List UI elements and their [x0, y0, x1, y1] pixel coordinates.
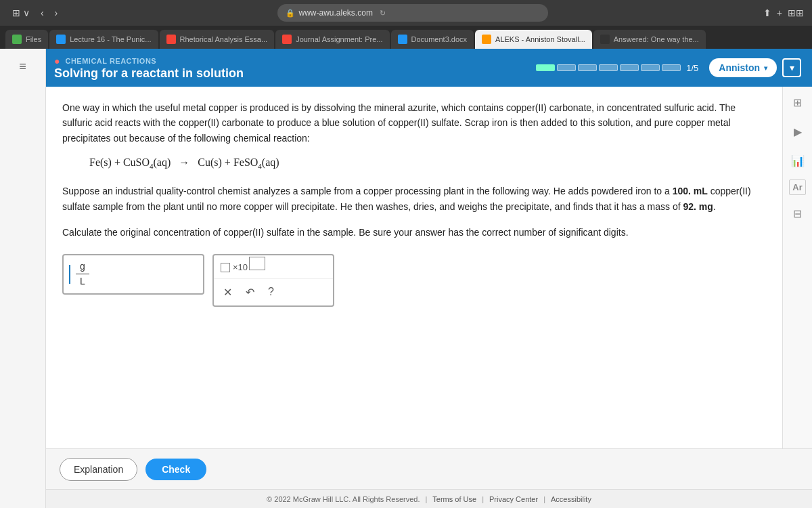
tab-icon-document [398, 35, 407, 44]
unit-denominator: L [80, 276, 85, 287]
tab-journal[interactable]: Journal Assignment: Pre... [275, 30, 389, 49]
main-area: ≡ ● CHEMICAL REACTIONS Solving for a rea… [0, 49, 812, 508]
sci-checkbox[interactable] [221, 263, 230, 272]
tab-icon-aleks [482, 35, 491, 44]
progress-seg-4 [599, 64, 618, 71]
tab-label-document: Document3.docx [411, 35, 468, 43]
tab-icon-files [12, 35, 22, 44]
header-title: Solving for a reactant in solution [54, 66, 244, 81]
help-btn[interactable]: ? [265, 283, 277, 301]
problem-scenario: Suppose an industrial quality-control ch… [62, 184, 766, 214]
mass-bold: 92. mg [683, 201, 713, 212]
equation-text: Fe(s) + CuSO4(aq) → Cu(s) + FeSO4(aq) [89, 156, 279, 168]
back-btn[interactable]: ‹ [37, 5, 48, 21]
unit-divider [76, 274, 89, 274]
scientific-notation-box: ×10 ✕ ↶ ? [212, 254, 334, 307]
play-icon[interactable]: ▶ [790, 121, 806, 142]
progress-seg-5 [620, 64, 639, 71]
tab-switcher-btn[interactable]: ⊞ ∨ [8, 5, 34, 21]
tab-document[interactable]: Document3.docx [391, 30, 474, 49]
browser-chrome: ⊞ ∨ ‹ › 🔒 www-awu.aleks.com ↻ ⬆ + ⊞⊞ [0, 0, 812, 26]
lock-icon: 🔒 [286, 9, 295, 18]
equation-block: Fe(s) + CuSO4(aq) → Cu(s) + FeSO4(aq) [89, 156, 766, 170]
exponent-box[interactable] [249, 257, 265, 270]
url-text: www-awu.aleks.com [299, 8, 373, 18]
progress-seg-6 [641, 64, 660, 71]
progress-seg-2 [557, 64, 576, 71]
tab-label-journal: Journal Assignment: Pre... [296, 35, 382, 43]
sci-buttons: ✕ ↶ ? [214, 278, 333, 305]
element-icon[interactable]: Ar [789, 179, 805, 195]
dot-icon: ● [54, 56, 60, 66]
tab-rhetorical[interactable]: Rhetorical Analysis Essa... [160, 30, 275, 49]
right-sidebar: ⊞ ▶ 📊 Ar ⊟ [782, 87, 812, 448]
browser-actions: ⬆ + ⊞⊞ [763, 7, 804, 18]
arrow: → [179, 156, 189, 168]
volume-bold: 100. mL [673, 186, 708, 196]
input-cursor [69, 265, 70, 284]
left-sidebar: ≡ [0, 49, 46, 508]
chevron-down-icon-2: ▾ [790, 62, 794, 73]
grid-icon[interactable]: ⊞ [789, 92, 806, 113]
answer-input-box[interactable]: g L [62, 254, 204, 295]
header-right: 1/5 Anniston ▾ [536, 58, 777, 77]
chevron-down-icon: ▾ [764, 64, 767, 72]
sci-input-row: ×10 [214, 255, 333, 278]
share-icon[interactable]: ⬆ [763, 7, 771, 18]
tab-label-aleks: ALEKS - Anniston Stovall... [495, 35, 585, 43]
tab-icon-rhetorical [166, 35, 176, 44]
sidebar-menu-btn[interactable]: ≡ [14, 54, 32, 79]
nav-buttons: ⊞ ∨ ‹ › [8, 5, 62, 21]
problem-question: Calculate the original concentration of … [62, 225, 766, 240]
sep-1: | [425, 495, 427, 503]
tab-lecture[interactable]: Lecture 16 - The Punic... [49, 30, 158, 49]
sep-2: | [482, 495, 484, 503]
dropdown-arrow-btn[interactable]: ▾ [782, 58, 801, 77]
aleks-header: ● CHEMICAL REACTIONS Solving for a react… [46, 49, 812, 87]
content-wrapper: ● CHEMICAL REACTIONS Solving for a react… [46, 49, 812, 508]
chart-icon[interactable]: 📊 [787, 150, 809, 171]
tab-icon-journal [282, 35, 292, 44]
add-tab-icon[interactable]: + [777, 7, 782, 18]
reload-icon[interactable]: ↻ [380, 9, 386, 18]
progress-seg-1 [536, 64, 555, 71]
problem-right-container: One way in which the useful metal copper… [46, 87, 812, 448]
tab-aleks[interactable]: ALEKS - Anniston Stovall... [475, 30, 592, 49]
check-btn[interactable]: Check [145, 459, 206, 480]
x10-label: ×10 [233, 262, 248, 272]
undo-btn[interactable]: ↶ [243, 283, 257, 301]
sub-4-2: 4 [258, 162, 262, 170]
sep-3: | [543, 495, 545, 503]
address-bar[interactable]: 🔒 www-awu.aleks.com ↻ [277, 4, 548, 22]
tab-icon-lecture [56, 35, 66, 44]
progress-seg-7 [662, 64, 681, 71]
accessibility-link[interactable]: Accessibility [551, 495, 591, 503]
sub-4-1: 4 [150, 162, 154, 170]
user-name: Anniston [719, 62, 760, 73]
tab-icon-answered [600, 35, 610, 44]
table-icon[interactable]: ⊟ [789, 203, 806, 224]
forward-btn[interactable]: › [51, 5, 62, 21]
header-left: ● CHEMICAL REACTIONS Solving for a react… [54, 56, 244, 81]
terms-link[interactable]: Terms of Use [432, 495, 476, 503]
tab-answered[interactable]: Answered: One way the... [593, 30, 706, 49]
progress-container: 1/5 [536, 63, 698, 73]
tab-label-rhetorical: Rhetorical Analysis Essa... [180, 35, 268, 43]
explanation-btn[interactable]: Explanation [60, 458, 137, 481]
problem-area: One way in which the useful metal copper… [46, 87, 782, 448]
tab-label-answered: Answered: One way the... [614, 35, 699, 43]
tab-label-files: Files [26, 35, 41, 43]
tabs-bar: Files Lecture 16 - The Punic... Rhetoric… [0, 26, 812, 49]
user-menu-btn[interactable]: Anniston ▾ [709, 58, 777, 77]
unit-label: g L [76, 261, 89, 287]
progress-segments [536, 64, 681, 71]
extensions-icon[interactable]: ⊞⊞ [788, 7, 804, 18]
unit-numerator: g [80, 261, 85, 272]
progress-text: 1/5 [686, 63, 698, 73]
clear-btn[interactable]: ✕ [221, 283, 235, 301]
footer: © 2022 McGraw Hill LLC. All Rights Reser… [46, 489, 812, 508]
bottom-bar: Explanation Check [46, 448, 812, 489]
tab-files[interactable]: Files [5, 30, 48, 49]
header-breadcrumb: CHEMICAL REACTIONS [65, 57, 156, 65]
privacy-link[interactable]: Privacy Center [489, 495, 538, 503]
